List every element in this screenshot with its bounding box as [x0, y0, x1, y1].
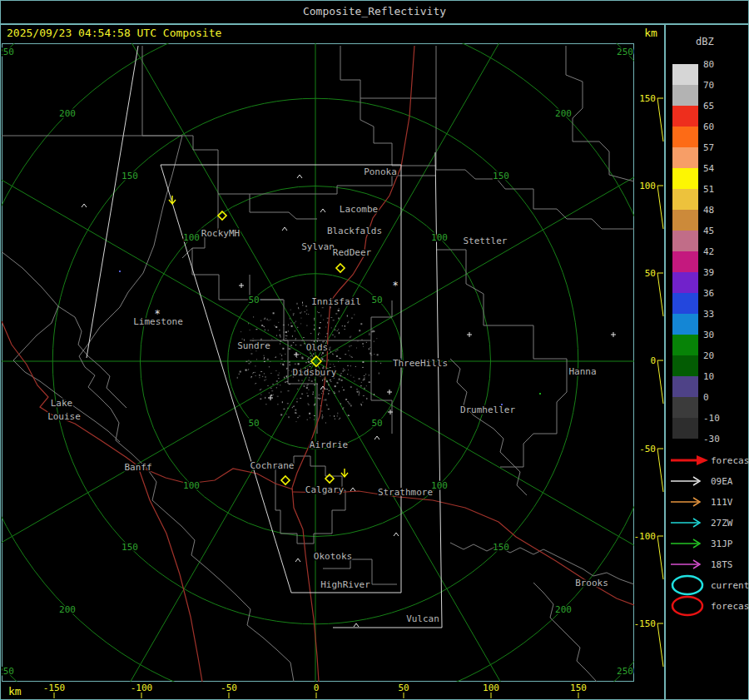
clutter-speckle — [348, 350, 349, 351]
clutter-speckle — [351, 318, 353, 319]
ring-distance-label: 150 — [493, 542, 509, 553]
city-label-vulcan: Vulcan — [406, 613, 439, 624]
clutter-speckle — [345, 370, 345, 371]
dbz-scale-label: 80 — [703, 59, 714, 70]
clutter-speckle — [360, 330, 360, 330]
clutter-speckle — [379, 373, 379, 375]
clutter-speckle — [255, 372, 255, 373]
clutter-speckle — [265, 376, 266, 378]
clutter-speckle — [263, 326, 264, 327]
axis-unit-top: km — [639, 27, 662, 39]
clutter-speckle — [310, 417, 310, 418]
clutter-speckle — [270, 388, 272, 389]
clutter-speckle — [367, 398, 368, 399]
clutter-speckle — [335, 329, 335, 330]
ground-clutter — [237, 300, 381, 424]
clutter-speckle — [334, 415, 335, 417]
clutter-speckle — [320, 398, 321, 399]
city-label-louise: Louise — [47, 411, 81, 422]
dbz-scale-label: 39 — [703, 267, 714, 278]
clutter-speckle — [311, 381, 313, 382]
clutter-speckle — [286, 375, 287, 376]
right-axis-tick — [657, 98, 663, 141]
ring-distance-label: 100 — [183, 232, 200, 243]
clutter-speckle — [324, 400, 325, 400]
clutter-speckle — [259, 375, 260, 376]
clutter-speckle — [265, 404, 266, 405]
city-label-reddeer: RedDeer — [333, 247, 372, 258]
clutter-speckle — [374, 394, 374, 395]
clutter-speckle — [302, 380, 303, 381]
clutter-speckle — [359, 393, 360, 394]
clutter-speckle — [335, 419, 335, 420]
clutter-speckle — [261, 339, 262, 340]
clutter-speckle — [295, 340, 296, 340]
clutter-speckle — [306, 325, 307, 326]
clutter-speckle — [330, 364, 330, 365]
clutter-speckle — [295, 345, 296, 345]
radar-map[interactable]: 5050505010010010010015015015015020020020… — [2, 43, 634, 682]
clutter-speckle — [329, 384, 330, 385]
clutter-speckle — [343, 370, 344, 372]
clutter-speckle — [307, 395, 309, 396]
clutter-speckle — [348, 415, 350, 416]
clutter-speckle — [376, 338, 377, 339]
clutter-speckle — [362, 367, 364, 368]
legend-label: 18TS — [711, 559, 733, 570]
clutter-speckle — [302, 340, 304, 341]
city-label-threehills: ThreeHills — [393, 358, 448, 369]
clutter-speckle — [342, 325, 343, 326]
clutter-speckle — [290, 364, 290, 365]
clutter-speckle — [275, 370, 276, 371]
clutter-speckle — [302, 357, 304, 359]
clutter-speckle — [332, 335, 334, 335]
clutter-speckle — [281, 355, 282, 356]
panel-divider-line — [664, 23, 666, 700]
city-label-banff: Banff — [124, 462, 151, 473]
clutter-speckle — [321, 393, 322, 394]
clutter-speckle — [287, 403, 289, 404]
clutter-speckle — [308, 361, 309, 363]
bottom-axis: -150-100-50050100150 — [43, 683, 587, 698]
clutter-speckle — [320, 315, 321, 315]
ring-distance-label: 150 — [122, 171, 138, 181]
clutter-speckle — [370, 355, 372, 355]
clutter-speckle — [277, 404, 278, 405]
clutter-speckle — [308, 404, 309, 405]
clutter-speckle — [281, 359, 283, 360]
clutter-speckle — [282, 401, 283, 403]
clutter-speckle — [317, 311, 318, 312]
clutter-speckle — [237, 377, 238, 379]
clutter-speckle — [294, 322, 295, 323]
clutter-speckle — [362, 402, 363, 403]
clutter-speckle — [262, 376, 263, 377]
dbz-color-block — [672, 64, 698, 85]
clutter-speckle — [264, 319, 265, 320]
city-label-strathmore: Strathmore — [378, 487, 433, 498]
clutter-speckle — [312, 355, 313, 356]
clutter-speckle — [283, 325, 285, 325]
city-label-innisfail: Innisfail — [311, 296, 361, 307]
clutter-speckle — [350, 336, 350, 338]
clutter-speckle — [338, 318, 340, 320]
clutter-speckle — [269, 366, 270, 367]
radar-map-canvas[interactable]: 5050505010010010010015015015015020020020… — [2, 43, 634, 682]
clutter-speckle — [321, 358, 322, 359]
right-axis-tick — [657, 186, 663, 229]
clutter-speckle — [337, 350, 339, 350]
clutter-speckle — [250, 330, 250, 330]
clutter-speckle — [253, 316, 254, 317]
clutter-speckle — [277, 375, 279, 375]
clutter-speckle — [352, 357, 353, 358]
clutter-speckle — [348, 370, 349, 370]
clutter-speckle — [286, 368, 287, 370]
clutter-speckle — [270, 320, 271, 320]
city-label-sundre: Sundre — [237, 340, 270, 351]
clutter-speckle — [350, 355, 350, 356]
clutter-speckle — [293, 313, 295, 314]
clutter-speckle — [335, 351, 337, 352]
dbz-color-block — [672, 376, 698, 397]
clutter-speckle — [340, 375, 341, 376]
bottom-axis-label: -150 — [43, 683, 66, 693]
clutter-speckle — [321, 355, 322, 355]
